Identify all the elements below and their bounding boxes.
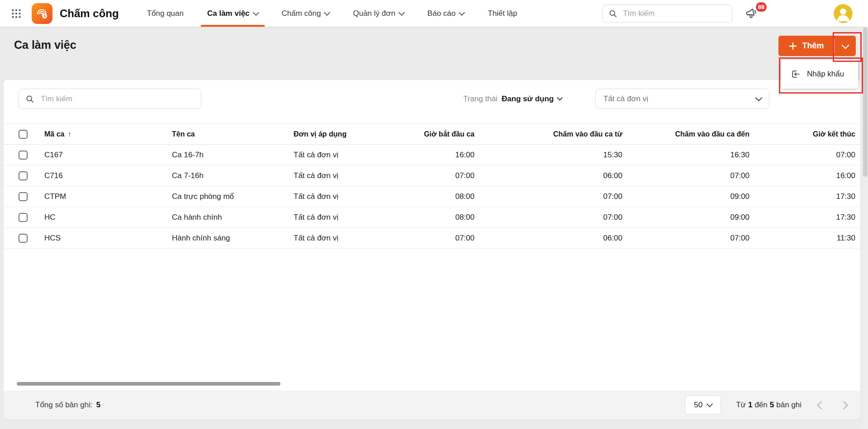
add-button-group: Thêm [778, 36, 856, 56]
table-header-row: Mã ca↑ Tên ca Đơn vị áp dụng Giờ bắt đầu… [4, 124, 860, 145]
add-button[interactable]: Thêm [778, 36, 834, 56]
vertical-scrollbar-thumb[interactable] [863, 28, 868, 177]
record-range-text: Từ 1 đến 5 bản ghi [736, 401, 802, 410]
import-icon [791, 69, 801, 79]
app-title: Chấm công [60, 7, 119, 20]
nav-item-ca-lam-viec[interactable]: Ca làm việc [195, 0, 270, 27]
app-logo-fingerprint-icon[interactable] [32, 3, 52, 24]
table-row[interactable]: HCS Hành chính sáng Tất cả đơn vị 07:00 … [4, 228, 860, 249]
nav-item-cham-cong[interactable]: Chấm công [270, 0, 342, 27]
column-header-cham-vao-tu[interactable]: Chấm vào đầu ca từ [479, 124, 627, 145]
cell-unit: Tất cả đơn vị [290, 228, 411, 249]
previous-page-icon[interactable] [817, 401, 825, 409]
column-header-don-vi[interactable]: Đơn vị áp dụng [290, 124, 411, 145]
global-search-input[interactable] [622, 9, 726, 19]
page-size-select[interactable]: 50 [685, 396, 721, 415]
cell-checkin-from: 06:00 [479, 165, 627, 186]
table-row[interactable]: C167 Ca 16-7h Tất cả đơn vị 16:00 15:30 … [4, 145, 860, 165]
row-checkbox[interactable] [19, 171, 28, 180]
column-header-cham-vao-den[interactable]: Chấm vào đầu ca đến [627, 124, 754, 145]
cell-checkin-from: 15:30 [479, 145, 627, 165]
table-row[interactable]: CTPM Ca trực phòng mổ Tất cả đơn vị 08:0… [4, 186, 860, 207]
user-avatar[interactable] [834, 4, 853, 23]
cell-start: 07:00 [411, 165, 479, 186]
plus-icon [788, 42, 797, 51]
cell-start: 16:00 [411, 145, 479, 165]
cell-name: Ca trực phòng mổ [168, 186, 290, 207]
chevron-down-icon [252, 9, 259, 15]
status-filter-value: Đang sử dụng [502, 94, 554, 104]
table-footer: Tổng số bản ghi: 5 50 Từ 1 đến 5 bản ghi [4, 391, 860, 420]
pager [818, 402, 847, 408]
nav-item-quan-ly-don[interactable]: Quản lý đơn [341, 0, 415, 27]
row-checkbox[interactable] [19, 213, 28, 222]
cell-checkin-to: 07:00 [627, 228, 754, 249]
cell-end: 07:00 [754, 145, 860, 165]
chevron-down-icon [841, 41, 849, 49]
cell-name: Ca hành chính [168, 207, 290, 228]
table-row[interactable]: C716 Ca 7-16h Tất cả đơn vị 07:00 06:00 … [4, 165, 860, 186]
cell-code: HCS [41, 228, 168, 249]
unit-select-value: Tất cả đơn vị [603, 94, 648, 104]
nav-item-tong-quan[interactable]: Tổng quan [135, 0, 195, 27]
total-records-value: 5 [96, 401, 100, 410]
chevron-down-icon [755, 94, 763, 102]
cell-unit: Tất cả đơn vị [290, 145, 411, 165]
cell-checkin-from: 07:00 [479, 207, 627, 228]
app-grid-icon[interactable] [10, 7, 23, 20]
cell-start: 08:00 [411, 207, 479, 228]
cell-start: 08:00 [411, 186, 479, 207]
content-area: Ca làm việc Thêm Nhập khẩu [0, 27, 868, 429]
next-page-icon[interactable] [840, 401, 848, 409]
cell-unit: Tất cả đơn vị [290, 186, 411, 207]
cell-code: CTPM [41, 186, 168, 207]
add-button-dropdown-toggle[interactable] [835, 36, 856, 56]
search-icon [608, 9, 617, 18]
menu-item-import[interactable]: Nhập khẩu [781, 60, 858, 89]
nav-item-thiet-lap[interactable]: Thiết lập [476, 0, 529, 27]
cell-name: Hành chính sáng [168, 228, 290, 249]
sort-ascending-icon: ↑ [67, 130, 71, 138]
column-header-ten-ca[interactable]: Tên ca [168, 124, 290, 145]
cell-checkin-to: 07:00 [627, 165, 754, 186]
shifts-table: Mã ca↑ Tên ca Đơn vị áp dụng Giờ bắt đầu… [4, 123, 860, 249]
cell-code: HC [41, 207, 168, 228]
total-records-label: Tổng số bản ghi: [35, 401, 93, 410]
cell-name: Ca 16-7h [168, 145, 290, 165]
row-checkbox[interactable] [19, 234, 28, 243]
notification-megaphone-icon[interactable]: 88 [744, 5, 760, 22]
cell-unit: Tất cả đơn vị [290, 207, 411, 228]
pagination-controls: 50 Từ 1 đến 5 bản ghi [685, 396, 847, 415]
cell-end: 17:30 [754, 207, 860, 228]
cell-start: 07:00 [411, 228, 479, 249]
cell-code: C167 [41, 145, 168, 165]
page-size-value: 50 [694, 401, 702, 410]
vertical-scrollbar-track[interactable] [863, 27, 868, 429]
cell-unit: Tất cả đơn vị [290, 165, 411, 186]
chevron-down-icon [557, 95, 563, 101]
select-all-checkbox[interactable] [19, 130, 28, 139]
cell-checkin-to: 09:00 [627, 207, 754, 228]
cell-checkin-to: 16:30 [627, 145, 754, 165]
search-icon [25, 94, 34, 104]
table-search-input[interactable] [40, 94, 194, 104]
status-filter-label: Trạng thái [463, 94, 498, 104]
import-label: Nhập khẩu [807, 70, 844, 79]
nav-item-bao-cao[interactable]: Báo cáo [416, 0, 476, 27]
chevron-down-icon [459, 9, 465, 15]
unit-select[interactable]: Tất cả đơn vị [595, 89, 769, 109]
row-checkbox[interactable] [19, 151, 28, 160]
table-row[interactable]: HC Ca hành chính Tất cả đơn vị 08:00 07:… [4, 207, 860, 228]
cell-checkin-to: 09:00 [627, 186, 754, 207]
status-filter[interactable]: Trạng thái Đang sử dụng [463, 89, 562, 109]
cell-end: 16:00 [754, 165, 860, 186]
page-title: Ca làm việc [14, 38, 76, 52]
column-header-gio-bat-dau[interactable]: Giờ bắt đầu ca [411, 124, 479, 145]
column-header-gio-ket-thuc[interactable]: Giờ kết thúc [754, 124, 860, 145]
column-header-ma-ca[interactable]: Mã ca↑ [41, 124, 168, 145]
cell-name: Ca 7-16h [168, 165, 290, 186]
shift-list-card: Trạng thái Đang sử dụng Tất cả đơn vị [4, 80, 860, 420]
app-screen: Chấm công Tổng quan Ca làm việc Chấm côn… [0, 0, 868, 429]
row-checkbox[interactable] [19, 192, 28, 201]
horizontal-scrollbar[interactable] [17, 382, 280, 386]
